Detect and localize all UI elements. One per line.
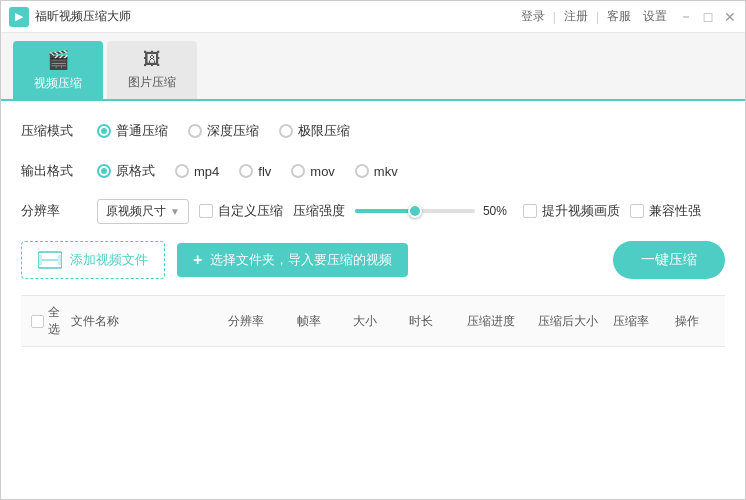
resolution-label: 分辨率 bbox=[21, 202, 81, 220]
checkbox-custom-compress[interactable]: 自定义压缩 bbox=[199, 202, 283, 220]
film-icon bbox=[38, 250, 62, 270]
th-operation: 操作 bbox=[659, 313, 715, 330]
register-link[interactable]: 注册 bbox=[564, 8, 588, 25]
maximize-button[interactable]: □ bbox=[701, 10, 715, 24]
radio-original-label: 原格式 bbox=[116, 162, 155, 180]
video-tab-label: 视频压缩 bbox=[34, 75, 82, 92]
title-bar: ▶ 福昕视频压缩大师 登录 | 注册 | 客服 设置 － □ ✕ bbox=[1, 1, 745, 33]
radio-mkv-label: mkv bbox=[374, 164, 398, 179]
title-bar-left: ▶ 福昕视频压缩大师 bbox=[9, 7, 131, 27]
resolution-row: 分辨率 原视频尺寸 ▼ 自定义压缩 压缩强度 50% bbox=[21, 197, 725, 225]
resolution-select-arrow: ▼ bbox=[170, 206, 180, 217]
video-tab-icon: 🎬 bbox=[47, 49, 69, 71]
empty-file-list bbox=[21, 347, 725, 447]
compress-mode-row: 压缩模式 普通压缩 深度压缩 极限压缩 bbox=[21, 117, 725, 145]
radio-deep-label: 深度压缩 bbox=[207, 122, 259, 140]
select-all-checkbox[interactable] bbox=[31, 315, 44, 328]
file-table: 全选 文件名称 分辨率 帧率 大小 时长 压缩进度 压缩后大小 压缩率 操作 bbox=[21, 295, 725, 483]
resolution-select-value: 原视频尺寸 bbox=[106, 203, 166, 220]
radio-flv[interactable]: flv bbox=[239, 164, 271, 179]
add-file-button[interactable]: 添加视频文件 bbox=[21, 241, 165, 279]
th-select-all: 全选 bbox=[31, 304, 71, 338]
radio-normal-circle bbox=[97, 124, 111, 138]
compress-mode-options: 普通压缩 深度压缩 极限压缩 bbox=[97, 122, 350, 140]
select-all-label: 全选 bbox=[48, 304, 71, 338]
resolution-controls: 原视频尺寸 ▼ 自定义压缩 压缩强度 50% 提升视频画 bbox=[97, 199, 701, 224]
output-format-label: 输出格式 bbox=[21, 162, 81, 180]
radio-original[interactable]: 原格式 bbox=[97, 162, 155, 180]
slider-value: 50% bbox=[483, 204, 507, 218]
login-link[interactable]: 登录 bbox=[521, 8, 545, 25]
th-compressed-size: 压缩后大小 bbox=[533, 313, 603, 330]
radio-extreme[interactable]: 极限压缩 bbox=[279, 122, 350, 140]
app-icon: ▶ bbox=[9, 7, 29, 27]
compress-intensity-label: 压缩强度 bbox=[293, 202, 345, 220]
th-compress-rate: 压缩率 bbox=[603, 313, 659, 330]
slider-thumb[interactable] bbox=[408, 204, 422, 218]
enhance-label: 提升视频画质 bbox=[542, 202, 620, 220]
upload-area: 添加视频文件 + 选择文件夹，导入要压缩的视频 一键压缩 bbox=[21, 241, 725, 279]
main-window: ▶ 福昕视频压缩大师 登录 | 注册 | 客服 设置 － □ ✕ 🎬 视频压缩 bbox=[0, 0, 746, 500]
th-resolution: 分辨率 bbox=[211, 313, 281, 330]
add-folder-plus-icon: + bbox=[193, 251, 202, 269]
compress-mode-label: 压缩模式 bbox=[21, 122, 81, 140]
minimize-button[interactable]: － bbox=[679, 10, 693, 24]
title-bar-right: 登录 | 注册 | 客服 设置 － □ ✕ bbox=[521, 8, 737, 25]
output-format-row: 输出格式 原格式 mp4 flv mov bbox=[21, 157, 725, 185]
th-progress: 压缩进度 bbox=[449, 313, 533, 330]
checkbox-compatibility[interactable]: 兼容性强 bbox=[630, 202, 701, 220]
radio-mp4-circle bbox=[175, 164, 189, 178]
table-header: 全选 文件名称 分辨率 帧率 大小 时长 压缩进度 压缩后大小 压缩率 操作 bbox=[21, 296, 725, 347]
app-title: 福昕视频压缩大师 bbox=[35, 8, 131, 25]
checkbox-enhance[interactable]: 提升视频画质 bbox=[523, 202, 620, 220]
th-size: 大小 bbox=[337, 313, 393, 330]
add-folder-button[interactable]: + 选择文件夹，导入要压缩的视频 bbox=[177, 243, 408, 277]
resolution-select[interactable]: 原视频尺寸 ▼ bbox=[97, 199, 189, 224]
tab-bar: 🎬 视频压缩 🖼 图片压缩 bbox=[1, 33, 745, 101]
title-nav: 登录 | 注册 | 客服 设置 bbox=[521, 8, 667, 25]
slider-fill bbox=[355, 209, 415, 213]
radio-extreme-circle bbox=[279, 124, 293, 138]
output-format-options: 原格式 mp4 flv mov mkv bbox=[97, 162, 398, 180]
radio-mov-circle bbox=[291, 164, 305, 178]
one-click-compress-button[interactable]: 一键压缩 bbox=[613, 241, 725, 279]
image-tab-icon: 🖼 bbox=[143, 49, 161, 70]
th-duration: 时长 bbox=[393, 313, 449, 330]
th-fps: 帧率 bbox=[281, 313, 337, 330]
radio-mkv[interactable]: mkv bbox=[355, 164, 398, 179]
tab-video[interactable]: 🎬 视频压缩 bbox=[13, 41, 103, 99]
th-file-name: 文件名称 bbox=[71, 313, 211, 330]
radio-flv-circle bbox=[239, 164, 253, 178]
custom-compress-label: 自定义压缩 bbox=[218, 202, 283, 220]
radio-mov-label: mov bbox=[310, 164, 335, 179]
compatibility-label: 兼容性强 bbox=[649, 202, 701, 220]
close-button[interactable]: ✕ bbox=[723, 10, 737, 24]
slider-container: 50% bbox=[355, 204, 507, 218]
radio-normal-label: 普通压缩 bbox=[116, 122, 168, 140]
radio-flv-label: flv bbox=[258, 164, 271, 179]
radio-extreme-label: 极限压缩 bbox=[298, 122, 350, 140]
svg-rect-1 bbox=[38, 255, 42, 265]
radio-mp4-label: mp4 bbox=[194, 164, 219, 179]
main-content: 压缩模式 普通压缩 深度压缩 极限压缩 输出格式 bbox=[1, 101, 745, 499]
custom-compress-checkbox bbox=[199, 204, 213, 218]
settings-link[interactable]: 设置 bbox=[643, 8, 667, 25]
radio-deep[interactable]: 深度压缩 bbox=[188, 122, 259, 140]
radio-mkv-circle bbox=[355, 164, 369, 178]
slider-track[interactable] bbox=[355, 209, 475, 213]
svg-rect-2 bbox=[58, 255, 62, 265]
radio-original-circle bbox=[97, 164, 111, 178]
radio-normal[interactable]: 普通压缩 bbox=[97, 122, 168, 140]
radio-mov[interactable]: mov bbox=[291, 164, 335, 179]
compatibility-checkbox bbox=[630, 204, 644, 218]
radio-deep-circle bbox=[188, 124, 202, 138]
radio-mp4[interactable]: mp4 bbox=[175, 164, 219, 179]
image-tab-label: 图片压缩 bbox=[128, 74, 176, 91]
add-folder-label: 选择文件夹，导入要压缩的视频 bbox=[210, 251, 392, 269]
tab-image[interactable]: 🖼 图片压缩 bbox=[107, 41, 197, 99]
enhance-checkbox bbox=[523, 204, 537, 218]
customer-link[interactable]: 客服 bbox=[607, 8, 631, 25]
window-controls: － □ ✕ bbox=[679, 10, 737, 24]
add-file-label: 添加视频文件 bbox=[70, 251, 148, 269]
